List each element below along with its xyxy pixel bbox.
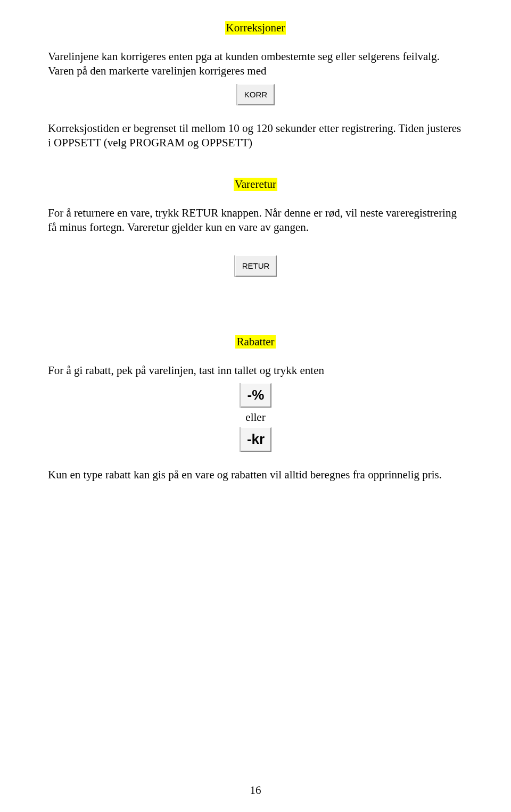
heading-row: Vareretur [48,178,463,191]
button-frame: RETUR [234,255,277,277]
heading-korreksjoner: Korreksjoner [225,21,286,35]
button-frame: -kr [240,427,271,452]
heading-rabatter: Rabatter [235,335,275,349]
kr-discount-button[interactable]: -kr [241,427,271,452]
heading-row: Rabatter [48,335,463,349]
paragraph: Varelinjene kan korrigeres enten pga at … [48,49,463,79]
button-frame: -% [240,383,271,408]
document-page: Korreksjoner Varelinjene kan korrigeres … [0,0,511,812]
text-eller: eller [245,411,265,424]
heading-row: Korreksjoner [48,21,463,35]
or-row: eller [48,411,463,424]
text-vareretur: For å returnere en vare, trykk RETUR kna… [48,206,463,235]
button-row: RETUR [48,255,463,277]
percent-discount-button[interactable]: -% [241,383,271,408]
paragraph: For å gi rabatt, pek på varelinjen, tast… [48,363,463,378]
paragraph: Kun en type rabatt kan gis på en vare og… [48,468,463,482]
button-row: KORR [48,84,463,105]
heading-vareretur: Vareretur [234,178,277,191]
text-rabatt-intro: For å gi rabatt, pek på varelinjen, tast… [48,363,463,378]
text-korr-intro: Varelinjene kan korrigeres enten pga at … [48,49,463,79]
page-number: 16 [0,784,511,797]
button-row: -% [48,383,463,408]
text-korr-time: Korreksjostiden er begrenset til mellom … [48,121,463,151]
button-row: -kr [48,427,463,452]
korr-button[interactable]: KORR [237,84,275,105]
button-frame: KORR [236,84,275,105]
paragraph: Korreksjostiden er begrenset til mellom … [48,121,463,151]
paragraph: For å returnere en vare, trykk RETUR kna… [48,206,463,235]
text-rabatt-note: Kun en type rabatt kan gis på en vare og… [48,468,463,482]
retur-button[interactable]: RETUR [235,255,277,277]
